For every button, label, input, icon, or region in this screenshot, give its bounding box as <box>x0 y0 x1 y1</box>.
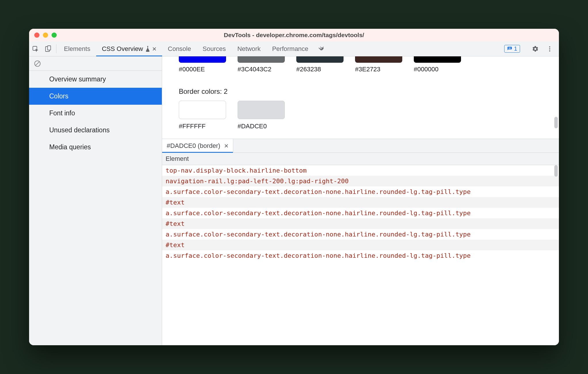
tab-performance[interactable]: Performance <box>266 41 314 56</box>
detail-tabstrip: #DADCE0 (border) <box>162 139 559 152</box>
sidebar-item-label: Media queries <box>49 143 91 151</box>
svg-point-3 <box>549 46 550 47</box>
panel-body: Overview summary Colors Font info Unused… <box>29 56 559 345</box>
element-row[interactable]: a.surface.color-secondary-text.decoratio… <box>162 208 559 218</box>
css-overview-main: #0000EE #3C4043C2 #263238 #3E2723 <box>162 56 559 345</box>
tab-css-overview[interactable]: CSS Overview <box>96 41 162 56</box>
element-list: top-nav.display-block.hairline-bottom na… <box>162 165 559 345</box>
border-color-row: #FFFFFF #DADCE0 <box>179 101 542 130</box>
sidebar-item-media-queries[interactable]: Media queries <box>29 139 162 156</box>
minimize-window-button[interactable] <box>43 33 48 38</box>
sidebar-item-label: Unused declarations <box>49 126 110 134</box>
scrollbar-thumb[interactable] <box>554 165 558 177</box>
element-row[interactable]: a.surface.color-secondary-text.decoratio… <box>162 250 559 261</box>
element-row[interactable]: top-nav.display-block.hairline-bottom <box>162 165 559 176</box>
devtools-window: DevTools - developer.chrome.com/tags/dev… <box>29 29 559 345</box>
color-chip <box>238 101 285 119</box>
device-toolbar-icon[interactable] <box>42 41 54 56</box>
sidebar-item-unused-declarations[interactable]: Unused declarations <box>29 122 162 139</box>
scrollbar-thumb[interactable] <box>554 117 558 128</box>
color-row: #0000EE #3C4043C2 #263238 #3E2723 <box>179 56 542 73</box>
color-chip <box>355 56 402 63</box>
color-swatch[interactable]: #0000EE <box>179 56 226 73</box>
tab-label: Elements <box>64 45 90 53</box>
svg-rect-2 <box>48 46 51 50</box>
experiment-icon <box>145 46 150 52</box>
separator <box>56 44 56 53</box>
svg-point-5 <box>549 50 550 51</box>
tab-elements[interactable]: Elements <box>58 41 96 56</box>
sidebar-item-font-info[interactable]: Font info <box>29 105 162 122</box>
color-hex-label: #3E2723 <box>355 66 380 73</box>
color-chip <box>414 56 461 63</box>
fullscreen-window-button[interactable] <box>52 33 57 38</box>
tab-label: Console <box>168 45 191 53</box>
color-swatch[interactable]: #263238 <box>296 56 344 73</box>
window-title: DevTools - developer.chrome.com/tags/dev… <box>29 32 559 39</box>
sidebar-toolbar <box>29 56 162 71</box>
element-row[interactable]: #text <box>162 240 559 250</box>
color-chip <box>296 56 344 63</box>
sidebar-item-label: Font info <box>49 109 75 117</box>
tab-label: Sources <box>202 45 226 53</box>
svg-point-4 <box>549 48 550 49</box>
element-row[interactable]: navigation-rail.lg:pad-left-200.lg:pad-r… <box>162 176 559 186</box>
sidebar-item-overview-summary[interactable]: Overview summary <box>29 71 162 88</box>
element-row[interactable]: #text <box>162 197 559 208</box>
color-hex-label: #263238 <box>296 66 321 73</box>
more-tabs-icon[interactable] <box>314 41 329 56</box>
element-row[interactable]: a.surface.color-secondary-text.decoratio… <box>162 229 559 240</box>
element-row[interactable]: a.surface.color-secondary-text.decoratio… <box>162 186 559 197</box>
issues-count: 1 <box>514 45 517 52</box>
color-chip <box>179 56 226 63</box>
tab-label: CSS Overview <box>102 45 143 53</box>
color-swatch[interactable]: #3C4043C2 <box>238 56 285 73</box>
close-detail-tab-icon[interactable] <box>224 144 228 148</box>
sidebar-item-colors[interactable]: Colors <box>29 88 162 105</box>
devtools-toolbar: Elements CSS Overview Console Sources Ne… <box>29 41 559 56</box>
clear-overview-icon[interactable] <box>34 60 41 67</box>
sidebar-item-label: Colors <box>49 92 68 100</box>
tab-sources[interactable]: Sources <box>197 41 232 56</box>
color-chip <box>238 56 285 63</box>
color-hex-label: #3C4043C2 <box>238 66 271 73</box>
kebab-menu-icon[interactable] <box>543 45 556 52</box>
color-hex-label: #FFFFFF <box>179 123 226 130</box>
tab-label: Performance <box>272 45 308 53</box>
color-swatch[interactable]: #FFFFFF <box>179 101 226 130</box>
detail-tab[interactable]: #DADCE0 (border) <box>162 139 233 152</box>
element-column-header: Element <box>162 152 559 165</box>
color-swatch[interactable]: #000000 <box>414 56 461 73</box>
issues-badge[interactable]: 1 <box>504 45 520 53</box>
color-swatch[interactable]: #3E2723 <box>355 56 402 73</box>
element-row[interactable]: #text <box>162 218 559 229</box>
inspect-element-icon[interactable] <box>29 41 42 56</box>
border-colors-heading: Border colors: 2 <box>179 87 542 96</box>
color-hex-label: #000000 <box>414 66 439 73</box>
color-swatch[interactable]: #DADCE0 <box>238 101 285 130</box>
colors-content: #0000EE #3C4043C2 #263238 #3E2723 <box>162 56 559 139</box>
color-hex-label: #0000EE <box>179 66 205 73</box>
tab-network[interactable]: Network <box>232 41 266 56</box>
detail-tab-label: #DADCE0 (border) <box>167 142 220 150</box>
tab-label: Network <box>237 45 261 53</box>
color-chip <box>179 101 226 119</box>
tab-console[interactable]: Console <box>162 41 197 56</box>
titlebar: DevTools - developer.chrome.com/tags/dev… <box>29 29 559 41</box>
settings-gear-icon[interactable] <box>529 45 542 52</box>
close-tab-icon[interactable] <box>152 47 156 51</box>
color-hex-label: #DADCE0 <box>238 123 285 130</box>
window-controls <box>34 33 57 38</box>
close-window-button[interactable] <box>34 33 39 38</box>
sidebar-item-label: Overview summary <box>49 75 106 83</box>
css-overview-sidebar: Overview summary Colors Font info Unused… <box>29 56 162 345</box>
